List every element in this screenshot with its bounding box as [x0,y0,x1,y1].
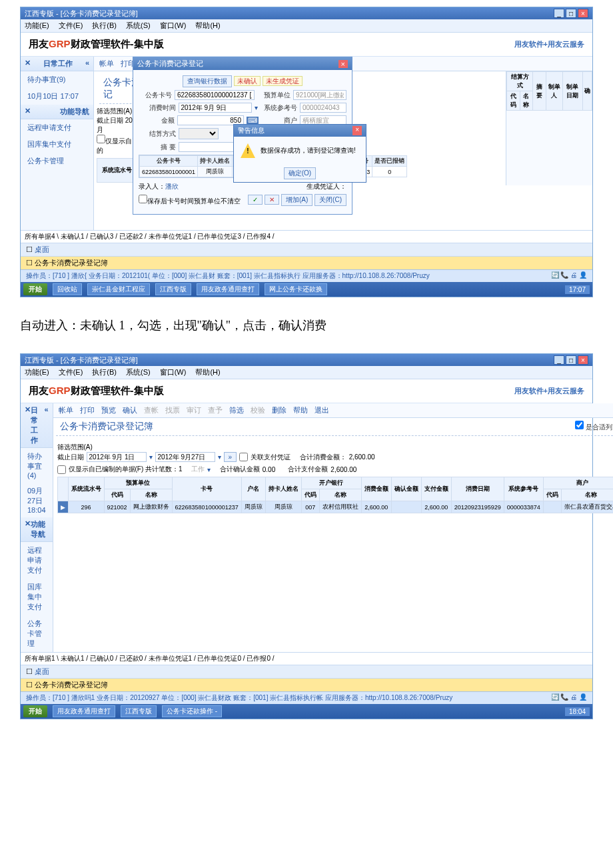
taskbar-item[interactable]: 网上公务卡还款换 [265,283,327,295]
unconfirm-badge[interactable]: 未确认 [234,76,261,86]
sidebar-item-card[interactable]: 公务卡管理 [21,153,93,169]
maximize-icon[interactable]: □ [566,355,576,365]
sidebar-item-todo[interactable]: 待办事宜(4) [21,448,53,483]
sidebar-header-daily[interactable]: ✕日常工作« [21,403,53,448]
sidebar-item-remote[interactable]: 远程申请支付 [21,542,53,579]
taskbar-item[interactable]: 用友政务通用查打 [197,283,259,295]
sidebar-item-treasury[interactable]: 国库集中支付 [21,136,93,153]
taskbar-item[interactable]: 用友政务通用查打 [53,705,115,717]
dialog-ok-button[interactable]: 确定(O) [284,167,316,179]
window-title: 江西专版 - [公务卡消费记录登记簿] [25,9,138,19]
date-from-input[interactable] [87,452,147,462]
menu-item[interactable]: 文件(E) [59,21,83,31]
taskbar-item[interactable]: 崇仁县金财工程应 [87,283,150,295]
menubar: 功能(E) 文件(E) 执行(B) 系统(S) 窗口(W) 帮助(H) [21,366,592,379]
bottom-tabs[interactable]: 所有单据4 \ 未确认1 / 已确认3 / 已还款2 / 未作单位凭证1 / 已… [21,230,592,243]
taskbar-item[interactable]: 公务卡还款操作 - [162,705,222,717]
own-only-checkbox[interactable] [57,465,66,474]
menu-item[interactable]: 帮助(H) [195,367,220,377]
active-tab-label[interactable]: ☐ 公务卡消费记录登记簿 [21,256,592,269]
filter-area: 筛选范围(A) 截止日期 ▾ ▾ » 关联支付凭证 合计消费金额：2,600.0… [53,439,613,624]
menu-item[interactable]: 功能(E) [25,367,49,377]
tb-filter[interactable]: 筛选 [229,405,244,415]
start-button[interactable]: 开始 [23,705,47,717]
budget-input[interactable] [293,90,346,100]
sidebar-item-treasury[interactable]: 国库集中支付 [21,579,53,615]
cloud-link[interactable]: 用友软件+用友云服务 [514,386,584,396]
register-modal: 公务卡消费记录登记 × 查询银行数据 未确认 未生成凭证 公务卡号预算单位 消费… [133,57,352,215]
cancel-icon[interactable]: ✕ [265,195,279,205]
taskbar-item[interactable]: 回收站 [53,283,82,295]
calc-icon[interactable]: ⌨ [247,117,259,124]
tb-exit[interactable]: 退出 [314,405,329,415]
tb-bill[interactable]: 帐单 [99,59,114,69]
fitwidth-checkbox[interactable] [575,421,584,429]
paymethod-select[interactable] [179,128,219,139]
menu-item[interactable]: 执行(B) [92,21,117,31]
register-table: 系统流水号 预算单位 卡号 户名 持卡人姓名 开户银行 消费金额 确认金额 支付… [57,477,613,513]
menu-item[interactable]: 窗口(W) [160,21,187,31]
taskbar-clock: 17:07 [565,285,590,294]
cloud-link[interactable]: 用友软件+用友云服务 [514,39,584,49]
close-button[interactable]: 关闭(C) [314,194,346,206]
own-only-checkbox[interactable] [97,135,105,143]
sidebar-header-daily[interactable]: ✕日常工作« [21,57,93,71]
status-bar: 操作员：[710 ] 潘欣吗1 业务日期：20120927 单位：[000] 崇… [21,691,592,704]
main-panel: 帐单 打印 预览 确认 查帐 找票 审订 查予 筛选 校验 删除 帮助 退出 公… [53,403,613,652]
sidebar-item-todo[interactable]: 待办事宜(9) [21,71,93,88]
menu-item[interactable]: 帮助(H) [195,21,220,31]
dialog-close-icon[interactable]: × [352,126,362,135]
taskbar-item[interactable]: 江西专版 [155,283,191,295]
sidebar-item-card[interactable]: 公务卡管理 [21,615,53,652]
brand-row: 用友GRP财政管理软件-集中版 用友软件+用友云服务 [21,379,592,403]
close-icon[interactable]: × [578,355,588,365]
card-input[interactable] [175,90,255,100]
sysref-input[interactable] [300,103,346,113]
menu-item[interactable]: 系统(S) [126,367,151,377]
tb-help[interactable]: 帮助 [293,405,308,415]
menu-item[interactable]: 执行(B) [92,367,117,377]
sidebar-header-nav[interactable]: ✕功能导航 [21,517,53,542]
desktop-link[interactable]: ☐ 桌面 [21,665,592,678]
maximize-icon[interactable]: □ [566,9,576,18]
go-button[interactable]: » [224,452,237,462]
tb-bill[interactable]: 帐单 [59,405,73,415]
section-title: 公务卡消费记录登记簿 是合适列宽 [56,421,613,436]
table-row[interactable]: ▶ 296921002网上缴款财务6226835801000001237周质琼周… [57,501,613,513]
date-input[interactable] [179,103,252,113]
menu-item[interactable]: 窗口(W) [160,367,187,377]
sidebar-item-remote[interactable]: 远程申请支付 [21,119,93,136]
tb-print[interactable]: 打印 [80,405,95,415]
taskbar-item[interactable]: 江西专版 [121,705,157,717]
minimize-icon[interactable]: _ [554,355,564,365]
modal-close-icon[interactable]: × [338,60,348,68]
sidebar-header-nav[interactable]: ✕功能导航 [21,105,93,119]
alert-dialog: 警告信息× !数据保存成功，请到登记簿查询! 确定(O) [233,124,366,183]
voucher-label: 生成凭证人： [306,182,346,191]
minimize-icon[interactable]: _ [554,9,564,18]
add-button[interactable]: 增加(A) [281,194,312,206]
menu-item[interactable]: 功能(E) [25,21,49,31]
entry-person: 潘欣 [165,183,179,190]
close-icon[interactable]: × [578,9,588,18]
start-button[interactable]: 开始 [23,283,47,295]
menu-item[interactable]: 系统(S) [126,21,151,31]
ok-icon[interactable]: ✓ [248,195,263,205]
tb-confirm[interactable]: 确认 [123,405,137,415]
menu-item[interactable]: 文件(E) [59,367,83,377]
content: ✕日常工作« 待办事宜(9) 10月10日 17:07 ✕功能导航 远程申请支付… [21,57,592,230]
date-to-input[interactable] [155,452,215,462]
screenshot-1: 江西专版 - [公务卡消费记录登记簿] _ □ × 功能(E) 文件(E) 执行… [20,7,593,297]
keep-checkbox[interactable] [139,195,147,203]
bottom-tabs[interactable]: 所有单据1 \ 未确认1 / 已确认0 / 已还款0 / 未作单位凭证1 / 已… [21,652,592,665]
query-bank-button[interactable]: 查询银行数据 [183,75,232,87]
active-tab-label[interactable]: ☐ 公务卡消费记录登记簿 [21,678,592,691]
novoucher-badge[interactable]: 未生成凭证 [263,76,303,86]
tb-delete[interactable]: 删除 [272,405,287,415]
window-title: 江西专版 - [公务卡消费记录登记簿] [25,355,138,365]
tb-preview[interactable]: 预览 [101,405,116,415]
status-bar: 操作员：[710 ] 潘欣{ 业务日期：2012101( 单位：[000] 崇仁… [21,269,592,282]
sidebar: ✕日常工作« 待办事宜(9) 10月10日 17:07 ✕功能导航 远程申请支付… [21,57,94,230]
link-voucher-checkbox[interactable] [239,453,248,461]
desktop-link[interactable]: ☐ 桌面 [21,243,592,256]
